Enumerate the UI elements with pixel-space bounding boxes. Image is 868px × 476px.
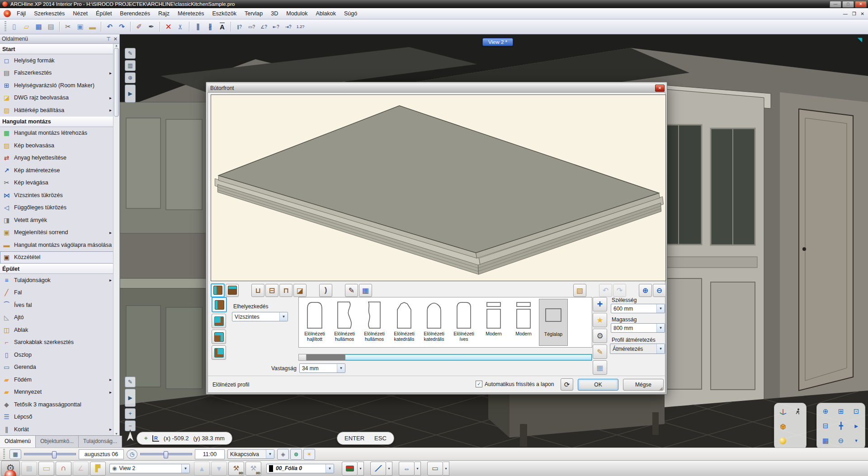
walk-forward-button[interactable]: ▶ [849,419,864,433]
maximize-button[interactable]: □ [842,1,854,8]
measure-offset-button[interactable]: ⇥? [282,21,294,33]
tile-views-button[interactable]: ▦ [818,434,833,448]
format-brush-button[interactable]: ✐ [133,21,145,33]
zoom-tool-button[interactable]: ⊕ [125,72,136,83]
text-tool-button[interactable]: A [216,21,228,33]
scrollbar-track[interactable] [307,354,345,360]
sidebar-item[interactable]: ⌐ Sarokablak szerkesztés ▸ [0,336,113,349]
mdi-close-button[interactable]: ✕ [861,11,864,16]
menu-item[interactable]: Ablakok [311,9,340,18]
dialog-titlebar[interactable]: Bútorfront ✕ [208,84,665,92]
thumbs-scrollbar[interactable] [298,354,592,361]
minimize-button[interactable]: — [830,1,841,8]
sidebar-item[interactable]: ▨ Kép beolvasása ▸ [0,139,113,152]
sun-position-button[interactable]: ☀ [303,449,315,460]
mdi-minimize-button[interactable]: — [843,11,848,16]
undo-button[interactable]: ↶ [599,284,612,297]
copy-button[interactable]: ▣ [74,21,86,33]
settings-button[interactable]: ⚙ [593,329,607,343]
profile-channel-button[interactable]: ⊔ [251,284,264,297]
sidebar-item[interactable]: ◻ Helyiség formák ▸ [0,54,113,67]
zoom-out-button[interactable]: ⊖ [653,284,666,297]
scroll-left-button[interactable] [299,354,307,360]
refresh-button[interactable]: ⟳ [561,378,573,391]
placement-locked-2-button[interactable] [212,330,226,344]
trim-button[interactable]: ✂ [175,21,187,33]
sidebar-scrollbar[interactable]: ▲ ▼ [113,44,119,435]
front-panel-type-2-button[interactable] [226,284,239,297]
close-button[interactable]: ✕ [855,1,867,8]
sidebar-item[interactable]: ▯ Oszlop ▸ [0,349,113,361]
sidebar-item[interactable]: ∥ Korlát ▸ [0,423,113,435]
slider-thumb[interactable] [164,451,168,458]
archline-logo-icon[interactable]: ✳ [4,10,11,17]
menu-item[interactable]: 3D [267,9,282,18]
pin-icon[interactable]: ⊤ [106,36,111,42]
ok-button[interactable]: OK [578,379,618,391]
time-field[interactable]: 11:00 [195,449,225,459]
model-cube-button[interactable] [775,419,790,434]
shadow-mode-select[interactable]: Kikapcsolva ▼ [227,449,274,459]
add-profile-button[interactable]: + [593,297,607,311]
toolbar-grip[interactable] [5,21,6,32]
parallel-tool-button[interactable]: ∥ [192,21,204,33]
viewport-tab[interactable]: View 2 * [482,38,513,46]
calendar-button[interactable]: ▦ [9,449,21,459]
handle-button[interactable]: ) [319,284,332,297]
sidebar-item[interactable]: ◺ Ajtó ▸ [0,311,113,324]
move-origin-icon[interactable]: ⌖ [144,434,148,442]
sidebar-item[interactable]: ⊞ Helyiségvarázsló (Room Maker) ▸ [0,79,113,92]
profile-ramp-button[interactable]: ◪ [293,284,307,297]
redo-button[interactable]: ↷ [613,284,626,297]
sidebar-tab[interactable]: Objektumkö... [36,436,79,448]
sidebar-item[interactable]: ◪ DWG rajz beolvasása ▸ [0,92,113,104]
front-panel-preview[interactable] [211,94,666,281]
sidebar-item[interactable]: ◫ Ablak ▸ [0,324,113,336]
offset-tool-button[interactable]: ∦ [204,21,216,33]
time-slider[interactable] [140,451,192,458]
sidebar-item[interactable]: ◨ Vetett árnyék ▸ [0,214,113,226]
profile-resize-select[interactable]: Átméretezés ▼ [610,344,665,354]
pan-button[interactable]: ╋ [833,419,849,433]
mdi-restore-button[interactable]: ❐ [852,11,856,16]
render-sphere-button[interactable] [775,434,790,448]
front-shape-option[interactable]: Elölnézeti katedrális [390,299,419,346]
viewport-menu-arrow-icon[interactable]: ◥ [858,36,862,43]
placement-locked-1-button[interactable] [212,314,226,328]
chevron-down-icon[interactable]: ▼ [358,462,364,476]
fit-window-button[interactable]: ⊡ [849,404,864,419]
sidebar-item[interactable]: ≡ Tulajdonságok ▸ [0,274,113,287]
profile-bar-button[interactable]: ⊟ [265,284,278,297]
chevron-down-icon[interactable]: ▼ [386,462,392,476]
menu-item[interactable]: Szerkesztés [30,9,69,18]
menu-item[interactable]: Fájl [13,9,30,18]
chevron-down-icon[interactable]: ▼ [415,462,421,476]
front-shape-option[interactable]: Modern [479,299,508,346]
geo-location-button[interactable]: ⊚ [290,449,302,460]
measure-angle-button[interactable]: ∠? [258,21,270,33]
color-style-button[interactable] [342,462,358,476]
region-button[interactable]: ▭ [38,462,54,476]
view-select[interactable]: ◉ View 2 ▼ [109,464,190,473]
shadow-compass-button[interactable]: ◈ [277,449,289,460]
zoom-out-button[interactable]: ⊖ [833,434,849,448]
placement-select[interactable]: Vízszintes ▼ [232,312,288,321]
edit-profile-button[interactable]: ✎ [345,284,358,297]
sidebar-item[interactable]: ⇄ Anyag helyettesítése ▸ [0,152,113,165]
clock-button[interactable]: ◷ [127,449,137,459]
level-down-button[interactable]: ▼ [211,462,227,476]
paste-button[interactable]: ▬ [86,21,99,33]
arrow-style-button[interactable]: ⇔ [399,462,415,476]
panel-expand-button[interactable]: ▶ [125,85,136,103]
zoom-in-button[interactable]: ⊕ [639,284,652,297]
sidebar-item[interactable]: ▬ Hangulat montázs vágólapra másolása ▸ [0,239,113,251]
sidebar-item[interactable]: ╱ Fal ▸ [0,287,113,299]
measure-length-button[interactable]: ∥? [233,21,245,33]
scrollbar-thumb[interactable] [114,48,119,117]
sidebar-item[interactable]: ▰ Mennyezet ▸ [0,386,113,399]
auto-refresh-checkbox[interactable]: ✓ Automatikus frissítés a lapon [476,381,554,387]
sidebar-item[interactable]: ▣ Megjelenítési sorrend ▸ [0,226,113,239]
sidebar-item[interactable]: ▤ Falszerkesztés ▸ [0,67,113,80]
scrollbar-thumb[interactable] [345,354,592,360]
menu-item[interactable]: Nézet [69,9,92,18]
